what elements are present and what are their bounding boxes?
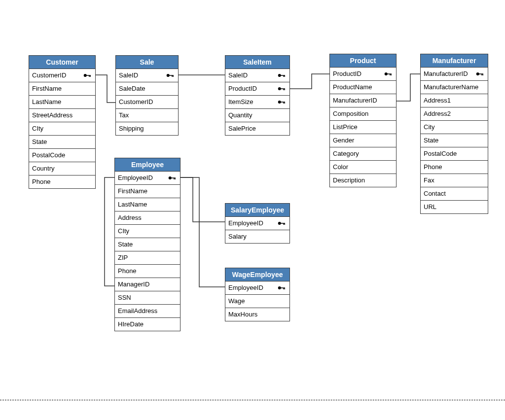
entity-field: FirstName [115, 185, 180, 198]
svg-rect-18 [283, 102, 284, 104]
field-label: ManufacturerID [333, 97, 377, 105]
entity-product: ProductProductIDProductNameManufacturerI… [329, 54, 397, 187]
svg-rect-34 [283, 223, 284, 225]
field-label: Phone [118, 267, 137, 275]
entity-field: ItemSize [225, 96, 289, 109]
field-label: Wage [228, 297, 245, 305]
field-label: CustomerID [32, 71, 66, 79]
connector-product-manufacturer [397, 74, 420, 101]
entity-field: PostalCode [421, 147, 488, 161]
svg-rect-6 [172, 75, 173, 77]
entity-field: State [421, 134, 488, 147]
entity-field: ManufacturerName [421, 81, 488, 94]
svg-rect-19 [285, 102, 286, 104]
field-label: EmployeeID [228, 219, 263, 227]
entity-field: City [421, 121, 488, 134]
svg-point-36 [278, 286, 281, 289]
field-label: PostalCode [424, 150, 457, 158]
field-label: CIty [32, 125, 43, 133]
entity-header: Employee [115, 158, 180, 172]
field-label: Contact [424, 190, 446, 198]
field-label: MaxHours [228, 311, 257, 318]
field-label: FirstName [32, 85, 62, 93]
entity-field: ProductID [330, 68, 396, 81]
field-label: Address1 [424, 97, 451, 105]
entity-field: FirstName [29, 82, 95, 96]
svg-rect-27 [483, 74, 484, 75]
field-label: ItemSize [228, 98, 253, 106]
entity-field: URL [421, 201, 488, 213]
field-label: LastName [118, 201, 147, 209]
entity-header: Product [330, 54, 396, 68]
svg-rect-31 [175, 178, 176, 179]
svg-point-24 [476, 72, 479, 75]
svg-rect-2 [89, 75, 90, 77]
field-label: ProductID [333, 70, 361, 78]
key-icon [83, 72, 92, 78]
field-label: Tax [119, 111, 129, 119]
field-label: Address [118, 214, 142, 222]
entity-field: LastName [29, 96, 95, 109]
svg-point-20 [385, 72, 388, 75]
entity-field: HIreDate [115, 318, 180, 331]
entity-field: Phone [29, 175, 95, 188]
field-label: ManagerID [118, 280, 149, 288]
field-label: SaleID [228, 71, 248, 79]
field-label: State [118, 241, 133, 248]
key-icon [476, 71, 485, 77]
field-label: EmployeeID [228, 284, 263, 292]
entity-field: EmployeeID [115, 172, 180, 185]
entity-field: EmployeeID [225, 281, 289, 295]
entity-field: PostalCode [29, 149, 95, 162]
field-label: ProductID [228, 85, 257, 93]
entity-field: Address2 [421, 107, 488, 121]
field-label: Country [32, 165, 55, 173]
svg-rect-38 [283, 288, 284, 289]
svg-rect-3 [90, 75, 91, 77]
field-label: Color [333, 163, 348, 171]
connector-employee-manager [105, 177, 114, 286]
field-label: Phone [32, 178, 51, 186]
field-label: LastName [32, 98, 61, 106]
svg-rect-14 [283, 89, 284, 90]
field-label: StreetAddress [32, 111, 72, 119]
entity-field: MaxHours [225, 308, 289, 321]
field-label: CIty [118, 227, 129, 235]
entity-field: Address [115, 211, 180, 225]
er-diagram: CustomerCustomerIDFirstNameLastNameStree… [0, 0, 505, 420]
entity-field: Tax [116, 109, 178, 122]
entity-field: ListPrice [330, 121, 396, 134]
entity-header: Customer [29, 56, 95, 69]
entity-field: CustomerID [29, 69, 95, 82]
field-label: Address2 [424, 110, 451, 118]
svg-rect-10 [283, 75, 284, 77]
svg-point-32 [278, 222, 281, 225]
entity-manufacturer: ManufacturerManufacturerIDManufacturerNa… [420, 54, 488, 214]
key-icon [278, 86, 287, 92]
entity-field: ProductID [225, 82, 289, 96]
field-label: EmailAddress [118, 307, 157, 315]
entity-sale: SaleSaleIDSaleDateCustomerIDTaxShipping [115, 55, 179, 136]
entity-header: WageEmployee [225, 268, 289, 281]
field-label: ProductName [333, 83, 372, 91]
field-label: PostalCode [32, 151, 65, 159]
entity-field: State [115, 238, 180, 251]
entity-field: Quantity [225, 109, 289, 122]
key-icon [384, 71, 393, 77]
entity-field: ManagerID [115, 278, 180, 291]
key-icon [278, 285, 287, 291]
field-label: Phone [424, 163, 442, 171]
svg-point-16 [278, 101, 281, 104]
field-label: ZIP [118, 254, 128, 262]
field-label: City [424, 123, 434, 131]
field-label: Gender [333, 137, 354, 144]
field-label: State [32, 138, 47, 146]
entity-field: Gender [330, 134, 396, 147]
field-label: SalePrice [228, 125, 256, 133]
entity-saleitem: SaleItemSaleIDProductIDItemSizeQuantityS… [225, 55, 290, 136]
field-label: HIreDate [118, 320, 144, 328]
field-label: URL [424, 203, 436, 211]
field-label: Description [333, 176, 365, 184]
field-label: Fax [424, 176, 434, 184]
svg-rect-15 [285, 89, 286, 90]
